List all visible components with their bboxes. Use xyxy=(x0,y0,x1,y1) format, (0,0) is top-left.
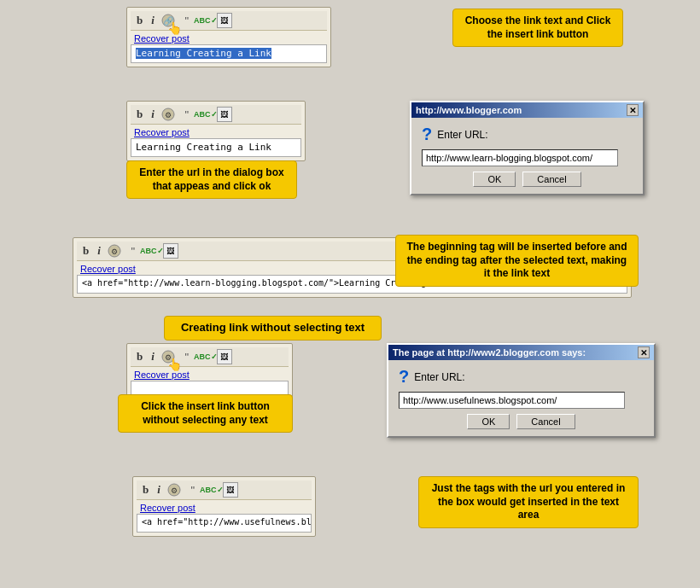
toolbar-4: b i ⚙ 👆 " ABC✓ 🖼 xyxy=(131,347,289,367)
text-content-2: Learning Creating a Link xyxy=(131,138,301,157)
dialog-1: http://www.blogger.com ✕ ? Enter URL: OK… xyxy=(410,101,645,195)
svg-text:⚙: ⚙ xyxy=(165,111,172,119)
editor-panel-1: b i 🔗 👆 " ABC✓ 🖼 Recover post Learning C… xyxy=(126,7,331,67)
bold-button-2[interactable]: b xyxy=(134,107,145,122)
quote-icon-3[interactable]: " xyxy=(125,243,141,259)
spell-icon-1[interactable]: ABC✓ xyxy=(198,13,213,28)
spell-icon-5[interactable]: ABC✓ xyxy=(204,482,219,498)
quote-icon-5[interactable]: " xyxy=(185,482,201,498)
spell-icon-4[interactable]: ABC✓ xyxy=(198,349,213,364)
image-icon-2[interactable]: 🖼 xyxy=(217,107,232,122)
dialog-2-title: The page at http://www2.blogger.com says… xyxy=(393,347,586,358)
selected-text-1: Learning Creating a Link xyxy=(136,48,271,59)
quote-icon-1[interactable]: " xyxy=(179,13,195,28)
callout-1: Choose the link text and Click the inser… xyxy=(452,9,623,47)
italic-button-1[interactable]: i xyxy=(149,13,157,28)
dialog-1-title: http://www.blogger.com xyxy=(416,105,522,115)
image-icon-3[interactable]: 🖼 xyxy=(163,243,178,259)
quote-icon-4[interactable]: " xyxy=(179,349,195,364)
dialog-1-question-icon: ? xyxy=(422,125,432,144)
dialog-2: The page at http://www2.blogger.com says… xyxy=(387,343,656,438)
dialog-2-cancel-button[interactable]: Cancel xyxy=(516,414,575,429)
image-icon-4[interactable]: 🖼 xyxy=(217,349,232,364)
recover-link-5[interactable]: Recover post xyxy=(137,502,312,514)
section2-editor-panel: b i ⚙ " ABC✓ 🖼 Recover post Learning Cre… xyxy=(126,101,306,161)
dialog-1-close[interactable]: ✕ xyxy=(627,104,639,116)
italic-button-3[interactable]: i xyxy=(95,243,103,259)
spell-icon-2[interactable]: ABC✓ xyxy=(198,107,213,122)
svg-text:⚙: ⚙ xyxy=(171,486,178,495)
dialog-2-body: ? Enter URL: OK Cancel xyxy=(388,360,654,436)
section1-editor-panel: b i 🔗 👆 " ABC✓ 🖼 Recover post Learning C… xyxy=(126,7,331,67)
dialog-1-titlebar: http://www.blogger.com ✕ xyxy=(411,102,643,118)
bold-button-3[interactable]: b xyxy=(80,243,91,259)
italic-button-5[interactable]: i xyxy=(155,482,163,498)
spell-icon-3[interactable]: ABC✓ xyxy=(144,243,160,259)
dialog-1-buttons: OK Cancel xyxy=(422,172,633,187)
dialog-1-cancel-button[interactable]: Cancel xyxy=(522,172,580,187)
dialog-1-ok-button[interactable]: OK xyxy=(473,172,516,187)
editor-panel-5: b i ⚙ " ABC✓ 🖼 Recover post <a href="htt… xyxy=(132,476,316,537)
bold-button-4[interactable]: b xyxy=(134,349,145,364)
dialog-2-row1: ? Enter URL: xyxy=(399,367,644,387)
image-icon-5[interactable]: 🖼 xyxy=(223,482,238,498)
callout-6: Just the tags with the url you entered i… xyxy=(418,476,639,528)
dialog-2-ok-button[interactable]: OK xyxy=(467,414,510,429)
dialog-1-body: ? Enter URL: OK Cancel xyxy=(411,118,643,194)
italic-button-2[interactable]: i xyxy=(149,107,157,122)
bold-button-1[interactable]: b xyxy=(134,13,145,28)
page: b i 🔗 👆 " ABC✓ 🖼 Recover post Learning C… xyxy=(0,0,700,588)
link-icon-5[interactable]: ⚙ xyxy=(166,482,182,498)
recover-link-2[interactable]: Recover post xyxy=(131,126,301,138)
callout-3: The beginning tag will be inserted befor… xyxy=(395,235,639,287)
dialog-1-label: Enter URL: xyxy=(437,129,487,141)
toolbar-2: b i ⚙ " ABC✓ 🖼 xyxy=(131,105,301,125)
text-content-5: <a href="http://www.usefulnews.blogspot.… xyxy=(137,514,312,533)
dialog-1-row1: ? Enter URL: xyxy=(422,125,633,144)
bold-button-5[interactable]: b xyxy=(140,482,151,498)
dialog-2-question-icon: ? xyxy=(399,367,409,387)
link-icon-1[interactable]: 🔗 👆 xyxy=(160,13,176,28)
svg-text:⚙: ⚙ xyxy=(111,247,118,256)
quote-icon-2[interactable]: " xyxy=(179,107,195,122)
link-icon-2[interactable]: ⚙ xyxy=(160,107,176,122)
dialog-2-buttons: OK Cancel xyxy=(399,414,644,429)
toolbar-1: b i 🔗 👆 " ABC✓ 🖼 xyxy=(131,11,327,31)
dialog-2-label: Enter URL: xyxy=(414,371,464,383)
callout-2: Enter the url in the dialog box that app… xyxy=(126,160,297,199)
link-icon-3[interactable]: ⚙ xyxy=(107,243,122,259)
callout-5: Click the insert link button without sel… xyxy=(118,394,293,433)
dialog-2-titlebar: The page at http://www2.blogger.com says… xyxy=(388,345,654,360)
editor-panel-2: b i ⚙ " ABC✓ 🖼 Recover post Learning Cre… xyxy=(126,101,306,161)
link-icon-4[interactable]: ⚙ 👆 xyxy=(160,349,176,364)
recover-link-1[interactable]: Recover post xyxy=(131,32,327,44)
svg-text:⚙: ⚙ xyxy=(165,353,172,362)
dialog-1-url-input[interactable] xyxy=(422,149,618,166)
svg-text:🔗: 🔗 xyxy=(163,15,174,26)
callout-4: Creating link without selecting text xyxy=(164,316,382,341)
toolbar-5: b i ⚙ " ABC✓ 🖼 xyxy=(137,480,312,500)
section6-editor-panel: b i ⚙ " ABC✓ 🖼 Recover post <a href="htt… xyxy=(132,476,316,537)
dialog-2-url-input[interactable] xyxy=(399,392,625,409)
text-content-1: Learning Creating a Link xyxy=(131,44,327,63)
recover-link-4[interactable]: Recover post xyxy=(131,369,289,381)
image-icon-1[interactable]: 🖼 xyxy=(217,13,232,28)
italic-button-4[interactable]: i xyxy=(149,349,157,364)
dialog-2-close[interactable]: ✕ xyxy=(638,346,650,358)
